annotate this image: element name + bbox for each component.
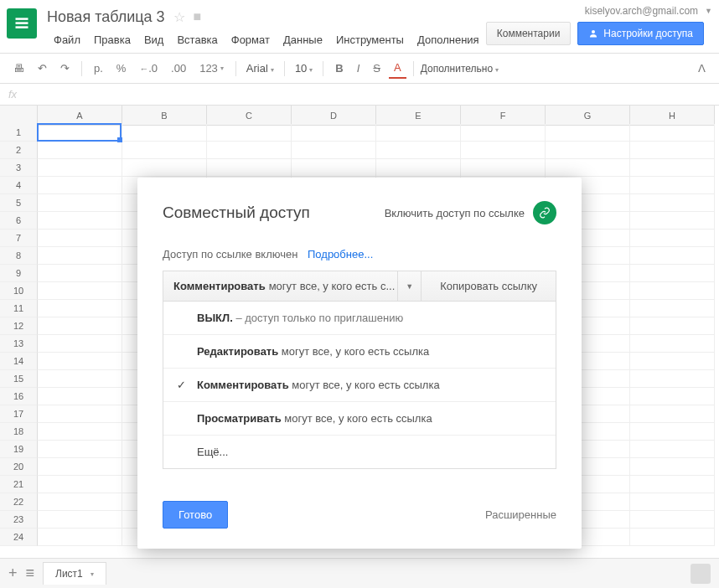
done-button[interactable]: Готово (163, 501, 228, 529)
option-comment[interactable]: Комментировать могут все, у кого есть сс… (163, 369, 556, 402)
learn-more-link[interactable]: Подробнее... (308, 248, 373, 260)
modal-backdrop: Совместный доступ Включить доступ по ссы… (0, 0, 719, 588)
option-off[interactable]: ВЫКЛ. – доступ только по приглашению (163, 302, 556, 335)
option-edit[interactable]: Редактировать могут все, у кого есть ссы… (163, 335, 556, 369)
share-dialog: Совместный доступ Включить доступ по ссы… (137, 178, 582, 549)
option-more[interactable]: Ещё... (163, 436, 556, 468)
copy-link-button[interactable]: Копировать ссылку (422, 271, 556, 301)
advanced-link[interactable]: Расширенные (485, 508, 556, 521)
link-sharing-toggle[interactable]: Включить доступ по ссылке (385, 201, 556, 224)
permission-select[interactable]: Комментироватьмогут все, у кого есть с..… (163, 271, 398, 301)
dialog-title: Совместный доступ (163, 204, 310, 222)
permission-caret-icon[interactable]: ▼ (398, 271, 422, 301)
link-status-text: Доступ по ссылке включен (163, 248, 297, 260)
link-icon (533, 201, 556, 224)
option-view[interactable]: Просматривать могут все, у кого есть ссы… (163, 402, 556, 436)
permission-dropdown: ВЫКЛ. – доступ только по приглашению Ред… (163, 302, 556, 469)
link-toggle-label: Включить доступ по ссылке (385, 207, 525, 219)
